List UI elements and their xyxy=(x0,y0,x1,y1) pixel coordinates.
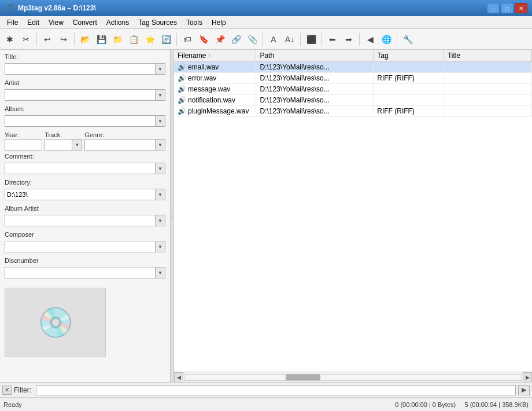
artist-dropdown[interactable]: ▼ xyxy=(155,89,165,101)
hscroll-right[interactable]: ▶ xyxy=(523,372,532,383)
menu-item-tools[interactable]: Tools xyxy=(182,17,207,28)
comment-label: Comment: xyxy=(5,153,165,160)
filter-label: Filter: xyxy=(14,386,31,394)
album-art[interactable]: 💿 xyxy=(5,288,106,357)
genre-dropdown[interactable]: ▼ xyxy=(155,139,165,151)
menu-item-file[interactable]: File xyxy=(2,17,23,28)
tb-undo[interactable]: ↩ xyxy=(40,32,55,47)
composer-field-wrap: ▼ xyxy=(5,241,165,252)
title-icon: 🎵 xyxy=(5,3,14,13)
tb-export[interactable]: ⬛ xyxy=(304,32,319,47)
tb-tag5[interactable]: 📎 xyxy=(245,32,260,47)
cell-filename: 🔊notification.wav xyxy=(174,95,256,106)
cell-title xyxy=(444,84,531,95)
genre-field-group: Genre: ▼ xyxy=(84,131,165,151)
tb-redo[interactable]: ↪ xyxy=(56,32,71,47)
tb-tag3[interactable]: 📌 xyxy=(212,32,227,47)
title-dropdown[interactable]: ▼ xyxy=(155,63,165,75)
hscroll-left[interactable]: ◀ xyxy=(174,372,183,383)
directory-dropdown[interactable]: ▼ xyxy=(155,189,165,200)
cell-path: D:\123\YoMail\res\so... xyxy=(256,62,374,73)
comment-input[interactable] xyxy=(5,163,165,174)
tb-copy[interactable]: 📋 xyxy=(126,32,141,47)
title-input[interactable] xyxy=(5,63,165,75)
tb-sep6 xyxy=(322,33,322,46)
menu-item-actions[interactable]: Actions xyxy=(102,17,134,28)
hscroll-thumb[interactable] xyxy=(286,375,320,380)
table-header: Filename ↑ Path Tag xyxy=(174,50,532,62)
filter-clear-button[interactable]: ✕ xyxy=(2,386,12,395)
filter-input[interactable] xyxy=(36,385,516,395)
album-artist-dropdown[interactable]: ▼ xyxy=(155,215,165,226)
tb-star[interactable]: ⭐ xyxy=(142,32,157,47)
cell-path: D:\123\YoMail\res\so... xyxy=(256,73,374,84)
tb-arrow2[interactable]: ➡ xyxy=(341,32,356,47)
composer-input[interactable] xyxy=(5,241,165,252)
album-input[interactable] xyxy=(5,115,165,127)
col-filename[interactable]: Filename ↑ xyxy=(174,50,256,62)
tb-settings[interactable]: 🔧 xyxy=(400,32,415,47)
title-field-wrap: ▼ xyxy=(5,63,165,75)
tb-open[interactable]: 📂 xyxy=(77,32,93,47)
cell-filename: 🔊email.wav xyxy=(174,62,256,73)
menu-item-tag-sources[interactable]: Tag Sources xyxy=(134,17,182,28)
right-panel: Filename ↑ Path Tag xyxy=(174,50,532,382)
filter-go-button[interactable]: ▶ xyxy=(518,385,530,395)
tb-arrow1[interactable]: ⬅ xyxy=(325,32,340,47)
track-field-group: Track: ▼ xyxy=(45,131,82,151)
title-col-label: Title xyxy=(448,52,460,60)
cell-tag: RIFF (RIFF) xyxy=(374,73,444,84)
album-artist-input[interactable] xyxy=(5,215,165,226)
tb-text2[interactable]: A↓ xyxy=(282,32,297,47)
comment-dropdown[interactable]: ▼ xyxy=(155,163,165,174)
tb-cut[interactable]: ✂ xyxy=(19,32,34,47)
tb-folder[interactable]: 📁 xyxy=(110,32,125,47)
artist-field-wrap: ▼ xyxy=(5,89,165,101)
status-info-right: 5 (00:00:04 | 358.9KB) xyxy=(465,401,529,408)
status-info: 0 (00:00:00 | 0 Bytes) 5 (00:00:04 | 358… xyxy=(395,401,529,408)
hscroll-track[interactable] xyxy=(184,374,522,381)
table-row[interactable]: 🔊error.wavD:\123\YoMail\res\so...RIFF (R… xyxy=(174,73,532,84)
table-row[interactable]: 🔊pluginMessage.wavD:\123\YoMail\res\so..… xyxy=(174,106,532,117)
menu-item-view[interactable]: View xyxy=(44,17,68,28)
file-table: Filename ↑ Path Tag xyxy=(174,50,532,372)
menu-item-convert[interactable]: Convert xyxy=(68,17,102,28)
artist-input[interactable] xyxy=(5,89,165,101)
menu-item-edit[interactable]: Edit xyxy=(23,17,44,28)
tb-text1[interactable]: A xyxy=(266,32,281,47)
tb-save[interactable]: 💾 xyxy=(94,32,109,47)
col-title[interactable]: Title xyxy=(444,50,531,62)
track-dropdown[interactable]: ▼ xyxy=(72,139,82,151)
tb-refresh[interactable]: 🔄 xyxy=(158,32,173,47)
year-input[interactable] xyxy=(5,139,42,151)
genre-input[interactable] xyxy=(84,139,165,151)
table-row[interactable]: 🔊message.wavD:\123\YoMail\res\so... xyxy=(174,84,532,95)
window-controls: – □ ✕ xyxy=(487,3,527,13)
tb-tag2[interactable]: 🔖 xyxy=(196,32,211,47)
composer-dropdown[interactable]: ▼ xyxy=(155,241,165,252)
genre-wrap: ▼ xyxy=(84,139,165,151)
tag-col-label: Tag xyxy=(377,52,388,60)
menubar: FileEditViewConvertActionsTag SourcesToo… xyxy=(0,16,532,29)
discnumber-dropdown[interactable]: ▼ xyxy=(155,267,165,278)
tb-tag1[interactable]: 🏷 xyxy=(180,32,195,47)
cell-title xyxy=(444,62,531,73)
artist-label: Artist: xyxy=(5,79,165,86)
maximize-button[interactable]: □ xyxy=(501,3,513,13)
main-area: Title: ▼ Artist: ▼ Album: ▼ Year: Tra xyxy=(0,50,532,382)
close-button[interactable]: ✕ xyxy=(515,3,527,13)
col-tag[interactable]: Tag xyxy=(374,50,444,62)
table-row[interactable]: 🔊notification.wavD:\123\YoMail\res\so... xyxy=(174,95,532,106)
directory-input[interactable]: D:\123\ xyxy=(5,189,165,200)
menu-item-help[interactable]: Help xyxy=(207,17,231,28)
tb-fwd[interactable]: 🌐 xyxy=(379,32,394,47)
discnumber-input[interactable] xyxy=(5,267,165,278)
tb-new[interactable]: ✱ xyxy=(2,32,17,47)
album-dropdown[interactable]: ▼ xyxy=(155,115,165,127)
album-field-wrap: ▼ xyxy=(5,115,165,127)
tb-back[interactable]: ◀ xyxy=(363,32,378,47)
col-path[interactable]: Path xyxy=(256,50,374,62)
tb-tag4[interactable]: 🔗 xyxy=(228,32,243,47)
minimize-button[interactable]: – xyxy=(487,3,500,13)
table-row[interactable]: 🔊email.wavD:\123\YoMail\res\so... xyxy=(174,62,532,73)
